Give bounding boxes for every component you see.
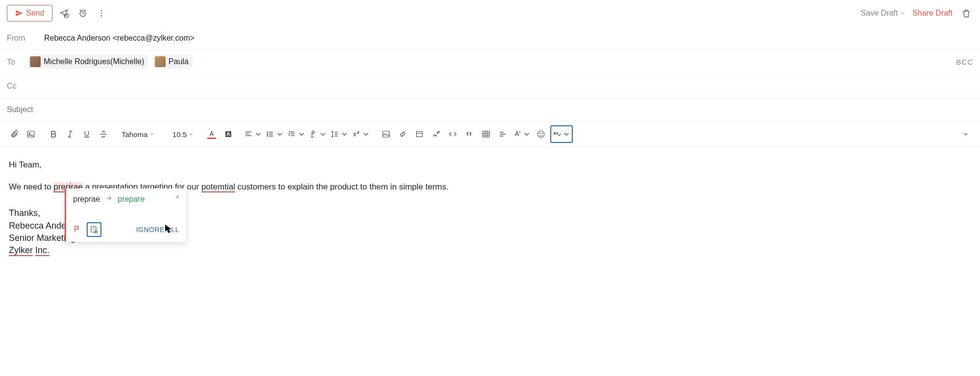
flag-icon[interactable] [73,225,82,235]
subject-input[interactable] [7,105,973,114]
svg-rect-13 [483,131,490,137]
link-icon[interactable] [395,126,410,142]
svg-rect-11 [383,131,390,137]
svg-rect-12 [416,132,422,137]
svg-point-4 [101,15,102,16]
chevron-down-icon [149,132,154,137]
font-family-select[interactable]: Tahoma [119,130,168,139]
font-family-value: Tahoma [122,130,147,139]
quote-icon[interactable] [462,126,477,142]
insert-inline-image-icon[interactable] [379,126,393,142]
send-later-icon[interactable] [57,6,71,20]
popup-from-word: preprae [73,195,100,204]
svg-point-3 [101,13,102,14]
to-label: To [7,58,21,67]
topbar-right: Save Draft Share Draft [861,6,973,20]
horizontal-rule-icon[interactable] [495,126,510,142]
svg-point-2 [101,10,102,11]
discard-icon[interactable] [959,6,973,20]
insert-table-icon-small[interactable] [412,126,427,142]
spelling-error[interactable]: potemtial [201,182,235,192]
svg-point-6 [29,133,30,134]
save-draft-link[interactable]: Save Draft [861,9,906,18]
svg-point-9 [267,134,268,135]
indent-icon[interactable] [287,126,306,142]
top-toolbar: Send Save Draft Share Draft [0,0,980,26]
recipient-chip[interactable]: Paula [153,55,193,69]
subject-row [0,98,980,121]
more-format-icon[interactable] [958,126,973,142]
attachment-icon[interactable] [7,126,22,142]
send-button[interactable]: Send [7,5,52,22]
mouse-cursor-icon [165,224,172,234]
expand-icon[interactable] [172,195,179,203]
svg-rect-7 [225,131,231,137]
insert-table-icon[interactable] [479,126,493,142]
send-icon [15,9,23,17]
share-draft-link[interactable]: Share Draft [912,9,953,18]
font-size-value: 10.5 [172,130,187,139]
align-icon[interactable] [244,126,263,142]
list-icon[interactable] [265,126,285,142]
popup-to-word: prepare [118,195,145,204]
svg-point-15 [539,133,540,134]
save-draft-label: Save Draft [861,9,898,18]
sig-company: Zylker Inc. [9,244,971,257]
cc-label: Cc [7,82,36,91]
code-icon[interactable] [445,126,460,142]
cc-row[interactable]: Cc [0,74,980,98]
from-value[interactable]: Rebecca Anderson <rebecca@zylker.com> [44,34,973,43]
italic-icon[interactable] [63,126,77,142]
bcc-toggle[interactable]: BCC [956,58,973,66]
direction-icon[interactable] [308,126,328,142]
format-toolbar: Tahoma 10.5 [0,121,980,147]
strikethrough-icon[interactable] [96,126,111,142]
chevron-down-icon [189,132,194,137]
recipient-name: Michelle Rodrigues(Michelle) [44,57,144,66]
recipient-chip[interactable]: Michelle Rodrigues(Michelle) [28,55,148,69]
insert-image-icon[interactable] [24,126,38,142]
svg-point-8 [267,132,268,133]
text-color-icon[interactable] [204,126,219,142]
reminder-icon[interactable] [76,6,90,20]
emoji-icon[interactable] [534,126,548,142]
highlight-color-icon[interactable] [221,126,236,142]
recipient-name: Paula [169,57,189,66]
spellcheck-icon[interactable] [550,125,573,143]
line-height-icon[interactable] [330,126,349,142]
to-recipients[interactable]: Michelle Rodrigues(Michelle) Paula [28,55,948,69]
clear-format-icon[interactable] [512,126,532,142]
svg-point-14 [538,131,544,138]
ignore-all-button[interactable]: IGNORE ALL [136,226,179,234]
more-options-icon[interactable] [95,6,108,20]
arrow-right-icon [105,194,113,204]
spellcheck-suggestion[interactable]: preprae prepare [66,188,186,218]
from-row: From Rebecca Anderson <rebecca@zylker.co… [0,26,980,50]
svg-point-10 [267,136,268,137]
svg-point-16 [542,133,543,134]
from-label: From [7,34,36,43]
body-greeting: Hi Team, [9,158,971,171]
avatar [30,56,41,67]
chevron-down-icon [900,10,906,16]
send-button-label: Send [26,9,44,18]
font-size-select[interactable]: 10.5 [170,130,196,139]
underline-icon[interactable] [79,126,94,142]
signature-icon[interactable] [429,126,443,142]
superscript-icon[interactable] [351,126,371,142]
add-to-dictionary-icon[interactable] [87,222,101,237]
avatar [155,56,166,67]
to-row: To Michelle Rodrigues(Michelle) Paula BC… [0,50,980,74]
bold-icon[interactable] [46,126,61,142]
